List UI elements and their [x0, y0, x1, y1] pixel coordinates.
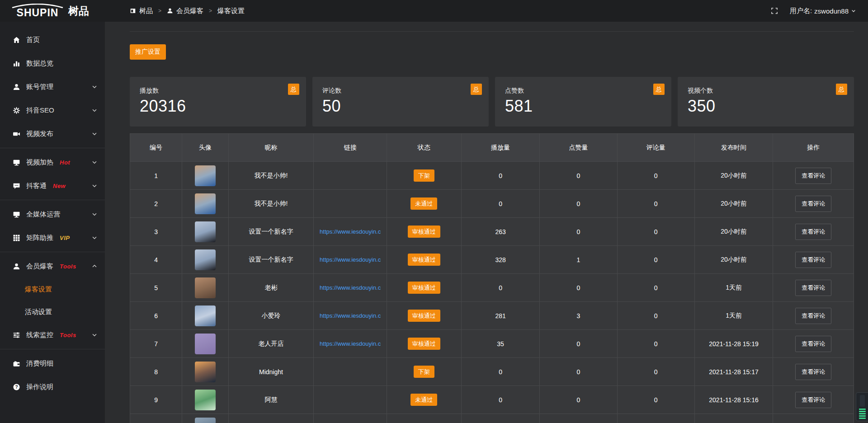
cell-nickname: 设置一个新名字 — [229, 218, 314, 246]
view-comments-button[interactable]: 查看评论 — [795, 308, 831, 324]
video-link[interactable]: https://www.iesdouyin.c — [318, 340, 382, 347]
table-row: 2我不是小帅!未通过00020小时前查看评论 — [130, 190, 854, 218]
sidebar-item-matrix-boost[interactable]: 矩阵助推VIP — [0, 226, 105, 249]
cell-link — [314, 414, 387, 423]
status-badge: 审核通过 — [408, 226, 440, 238]
sliders-icon — [13, 331, 20, 339]
promo-settings-button[interactable]: 推广设置 — [130, 44, 166, 60]
cell-action: 查看评论 — [773, 386, 854, 414]
cell-plays: 281 — [462, 302, 540, 330]
main: 树品 > 会员爆客 > 爆客设置 用户名: — [105, 0, 868, 423]
user-menu[interactable]: 用户名: zswodun88 — [790, 7, 856, 15]
avatar — [195, 334, 216, 354]
sidebar-subitem-activity-settings[interactable]: 活动设置 — [0, 301, 105, 323]
sidebar-item-member-baoke[interactable]: 会员爆客Tools — [0, 254, 105, 278]
menu-divider — [0, 148, 105, 148]
view-comments-button[interactable]: 查看评论 — [795, 392, 831, 408]
table-row: 8Midnight下架0002021-11-28 15:17查看评论 — [130, 358, 854, 386]
column-header: 昵称 — [229, 134, 314, 162]
view-comments-button[interactable]: 查看评论 — [795, 224, 831, 240]
fullscreen-icon[interactable] — [771, 7, 778, 14]
cell-nickname: 阿慧 — [229, 386, 314, 414]
breadcrumb-item-current: 爆客设置 — [217, 7, 245, 15]
sidebar-item-douyin-seo[interactable]: 抖音SEO — [0, 99, 105, 122]
table-header-row: 编号 头像 昵称 链接 状态 播放量 点赞量 评论量 发布时间 操作 — [130, 134, 854, 162]
status-badge: 审核通过 — [408, 282, 440, 294]
sidebar-item-clue-monitor[interactable]: 线索监控Tools — [0, 323, 105, 347]
cell-avatar — [182, 302, 228, 330]
floating-widget-bars — [859, 409, 866, 419]
sidebar-item-consume-detail[interactable]: 消费明细 — [0, 352, 105, 375]
user-icon — [13, 83, 20, 91]
breadcrumb: 树品 > 会员爆客 > 爆客设置 — [130, 7, 245, 15]
sidebar-item-data-overview[interactable]: 数据总览 — [0, 52, 105, 75]
cell-avatar — [182, 358, 228, 386]
sidebar-item-label: 视频加热 — [26, 158, 53, 167]
video-link[interactable]: https://www.iesdouyin.c — [318, 256, 382, 263]
sidebar-item-label: 操作说明 — [26, 383, 53, 391]
sidebar-subitem-baoke-settings[interactable]: 爆客设置 — [0, 278, 105, 301]
cell-avatar — [182, 414, 228, 423]
cell-action: 查看评论 — [773, 246, 854, 274]
table-row: 5老彬https://www.iesdouyin.c审核通过0001天前查看评论 — [130, 274, 854, 302]
table-row: 7老人开店https://www.iesdouyin.c审核通过35002021… — [130, 330, 854, 358]
cell-time: 2021-11-28 15:19 — [695, 330, 774, 358]
help-icon: ? — [13, 383, 20, 391]
view-comments-button[interactable]: 查看评论 — [795, 336, 831, 352]
view-comments-button[interactable]: 查看评论 — [795, 364, 831, 380]
floating-helper-widget[interactable] — [856, 392, 868, 421]
cell-comments: 0 — [618, 330, 695, 358]
breadcrumb-separator: > — [158, 8, 161, 14]
sidebar-item-home[interactable]: 首页 — [0, 28, 105, 52]
column-header: 链接 — [314, 134, 387, 162]
column-header: 状态 — [387, 134, 462, 162]
table-row: 9阿慧未通过0002021-11-28 15:16查看评论 — [130, 386, 854, 414]
cell-link — [314, 190, 387, 218]
view-comments-button[interactable]: 查看评论 — [795, 196, 831, 212]
chevron-down-icon — [91, 235, 98, 241]
cell-number: 4 — [130, 246, 182, 274]
user-icon — [167, 8, 173, 14]
cell-action: 查看评论 — [773, 162, 854, 190]
app-icon — [130, 8, 136, 14]
cell-link: https://www.iesdouyin.c — [314, 246, 387, 274]
cell-action: 查看评论 — [773, 358, 854, 386]
sidebar-item-account-manage[interactable]: 账号管理 — [0, 75, 105, 99]
sidebar-item-douketong[interactable]: 抖客通New — [0, 174, 105, 197]
sidebar: SHUPIN 树品 首页数据总览账号管理抖音SEO视频发布视频加热Hot抖客通N… — [0, 0, 105, 423]
sidebar-item-label: 抖音SEO — [26, 106, 54, 115]
cell-nickname: 老人开店 — [229, 330, 314, 358]
sidebar-item-label: 矩阵助推 — [26, 234, 53, 242]
sidebar-item-operation-guide[interactable]: ?操作说明 — [0, 375, 105, 399]
cell-nickname: Midnight — [229, 358, 314, 386]
cell-nickname: 设置一个新名字 — [229, 246, 314, 274]
avatar — [195, 418, 216, 423]
stat-card-label: 播放数 — [140, 87, 297, 95]
table-row: 6小爱玲https://www.iesdouyin.c审核通过281301天前查… — [130, 302, 854, 330]
video-link[interactable]: https://www.iesdouyin.c — [318, 312, 382, 319]
cell-plays: 0 — [462, 358, 540, 386]
sidebar-item-video-heat[interactable]: 视频加热Hot — [0, 150, 105, 174]
cell-avatar — [182, 274, 228, 302]
wallet-icon — [13, 360, 20, 367]
cell-avatar — [182, 386, 228, 414]
video-link[interactable]: https://www.iesdouyin.c — [318, 284, 382, 291]
sidebar-item-label: 账号管理 — [26, 83, 53, 91]
video-link[interactable]: https://www.iesdouyin.c — [318, 228, 382, 235]
sidebar-item-media-operation[interactable]: 全媒体运营 — [0, 202, 105, 226]
cell-comments: 0 — [618, 190, 695, 218]
cell-likes: 1 — [540, 246, 617, 274]
sidebar-item-video-publish[interactable]: 视频发布 — [0, 122, 105, 146]
view-comments-button[interactable]: 查看评论 — [795, 252, 831, 268]
breadcrumb-item-home[interactable]: 树品 — [130, 7, 153, 15]
table-row: 1我不是小帅!下架00020小时前查看评论 — [130, 162, 854, 190]
breadcrumb-item-member[interactable]: 会员爆客 — [167, 7, 203, 15]
stat-card-value: 581 — [505, 97, 662, 116]
status-badge: 下架 — [414, 169, 434, 182]
cell-number: 5 — [130, 274, 182, 302]
sidebar-item-label: 会员爆客 — [26, 262, 53, 271]
cell-number: 6 — [130, 302, 182, 330]
view-comments-button[interactable]: 查看评论 — [795, 280, 831, 296]
cell-action — [773, 414, 854, 423]
view-comments-button[interactable]: 查看评论 — [795, 168, 831, 184]
